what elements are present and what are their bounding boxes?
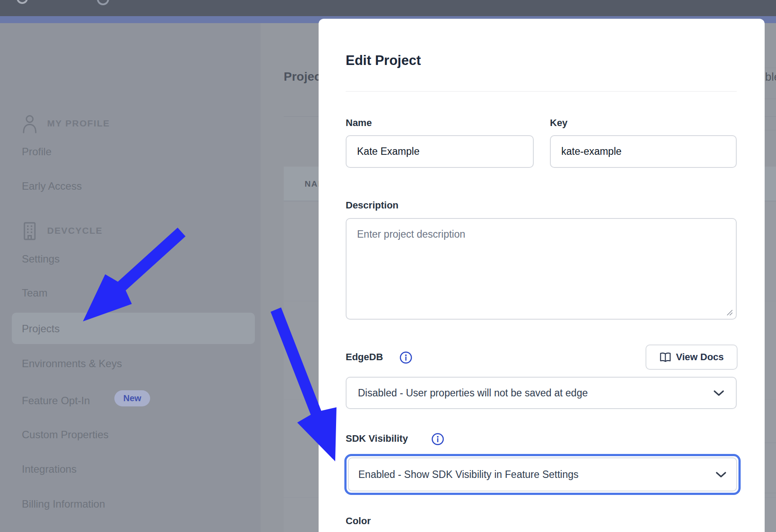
sdk-visibility-select[interactable]: Enabled - Show SDK Visibility in Feature… xyxy=(348,457,737,491)
edgedb-select-value: Disabled - User properties will not be s… xyxy=(358,387,713,399)
key-input[interactable] xyxy=(550,135,737,168)
edit-project-modal: Edit Project Name Key Description EdgeDB… xyxy=(319,19,765,532)
textarea-resize-handle[interactable] xyxy=(725,308,733,316)
edgedb-select[interactable]: Disabled - User properties will not be s… xyxy=(346,377,737,409)
app-screen: MY PROFILE Profile Early Access DEVCYCLE… xyxy=(0,0,776,532)
view-docs-label: View Docs xyxy=(676,351,724,363)
person-icon xyxy=(22,114,38,133)
sidebar-item-profile[interactable]: Profile xyxy=(22,142,52,161)
chevron-down-icon xyxy=(713,390,724,396)
sdk-visibility-select-value: Enabled - Show SDK Visibility in Feature… xyxy=(358,469,715,481)
modal-title: Edit Project xyxy=(346,53,421,68)
sidebar-item-billing-information[interactable]: Billing Information xyxy=(22,494,105,514)
key-label: Key xyxy=(550,117,567,129)
building-icon xyxy=(22,222,38,241)
edgedb-label: EdgeDB xyxy=(346,351,383,363)
avatar-partial-icon xyxy=(97,0,109,5)
sidebar-item-early-access[interactable]: Early Access xyxy=(22,177,82,196)
sdk-visibility-label: SDK Visibility xyxy=(346,433,408,444)
sdk-visibility-select-focus-ring: Enabled - Show SDK Visibility in Feature… xyxy=(344,454,741,495)
modal-header-divider xyxy=(346,91,737,92)
description-label: Description xyxy=(346,200,398,211)
sidebar-item-custom-properties[interactable]: Custom Properties xyxy=(22,425,109,444)
settings-sidebar: MY PROFILE Profile Early Access DEVCYCLE… xyxy=(0,23,261,532)
description-textarea[interactable] xyxy=(346,218,737,320)
sidebar-section-my-profile: MY PROFILE xyxy=(47,116,110,131)
logo-partial-icon xyxy=(17,0,28,4)
sidebar-item-feature-opt-in[interactable]: Feature Opt-In xyxy=(22,391,90,410)
sidebar-item-integrations[interactable]: Integrations xyxy=(22,460,76,479)
edgedb-info-icon[interactable] xyxy=(399,351,412,364)
top-navigation-bar xyxy=(0,0,776,16)
background-right-text-fragment: ble xyxy=(765,70,776,84)
sidebar-item-environments-keys[interactable]: Environments & Keys xyxy=(22,354,122,373)
sidebar-item-team[interactable]: Team xyxy=(22,283,48,303)
sdk-visibility-info-icon[interactable] xyxy=(431,433,444,446)
color-label: Color xyxy=(346,515,371,527)
new-badge: New xyxy=(114,390,150,406)
sidebar-item-projects[interactable]: Projects xyxy=(22,319,60,338)
name-label: Name xyxy=(346,117,372,129)
chevron-down-icon xyxy=(715,471,727,478)
sidebar-section-devcycle: DEVCYCLE xyxy=(47,223,103,239)
view-docs-button[interactable]: View Docs xyxy=(646,344,738,370)
book-icon xyxy=(659,352,671,362)
name-input[interactable] xyxy=(346,135,534,168)
sidebar-item-settings[interactable]: Settings xyxy=(22,249,60,269)
